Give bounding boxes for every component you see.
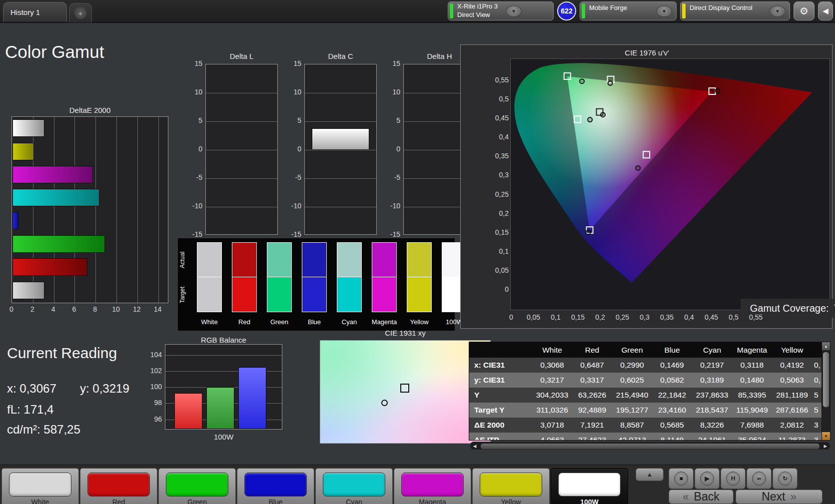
pattern-label: 100W [551, 498, 628, 504]
table-cell: 3,0718 [532, 421, 572, 430]
play-button[interactable]: ▶ [695, 468, 720, 489]
pattern-label: Cyan [316, 498, 392, 504]
pattern-button-yellow[interactable]: Yellow [472, 468, 550, 504]
loop-button[interactable]: ↻ [773, 468, 798, 489]
pattern-button-blue[interactable]: Blue [237, 468, 314, 504]
scroll-left-icon[interactable]: ◀ [470, 442, 479, 450]
cie1931-actual-marker [381, 400, 388, 406]
play-icon: ▶ [700, 472, 714, 486]
table-cell: 0,4192 [772, 361, 812, 370]
table-cell: 0,3189 [692, 376, 732, 385]
swatch-column-white: White [197, 242, 222, 312]
pattern-button-green[interactable]: Green [158, 468, 236, 504]
table-cell: 0,3317 [572, 376, 612, 385]
pattern-label: White [2, 498, 78, 504]
rgb-balance-x-label: 100W [165, 433, 282, 441]
scroll-up-icon[interactable]: ▲ [822, 342, 830, 350]
scroll-patterns-up-button[interactable]: ▲ [636, 468, 664, 481]
cie1931-title: CIE 1931 xy [320, 329, 491, 337]
deltae-x-tick: 8 [89, 305, 101, 313]
vertical-scroll-thumb[interactable] [823, 352, 829, 407]
cie1976-x-tick: 0,1 [546, 313, 566, 321]
table-cell: 237,8633 [692, 391, 732, 400]
delta-y-tick: -5 [386, 173, 400, 181]
table-cell: 7,6988 [732, 421, 772, 430]
actual-target-strip: Actual Target WhiteRedGreenBlueCyanMagen… [178, 238, 455, 331]
pattern-swatch [166, 473, 228, 497]
pattern-label: Red [80, 498, 157, 504]
pattern-button-100w[interactable]: 100W [551, 468, 628, 504]
deltae-x-tick: 6 [68, 305, 80, 313]
actual-marker-cyan [588, 117, 592, 122]
delta-y-tick: -10 [287, 202, 301, 210]
pattern-button-cyan[interactable]: Cyan [315, 468, 393, 504]
table-horizontal-scrollbar[interactable]: ◀ ▶ [470, 442, 831, 450]
back-button[interactable]: « Back [669, 490, 734, 504]
next-button[interactable]: Next » [736, 490, 823, 504]
table-vertical-scrollbar[interactable]: ▲ ▼ [822, 342, 830, 440]
cie1976-x-tick: 0,55 [746, 313, 766, 321]
cie1976-y-tick: 0,55 [490, 76, 509, 84]
rgb-y-tick: 98 [146, 399, 162, 407]
collapse-panel-button[interactable]: ◀ [818, 1, 833, 20]
cie1976-x-tick: 0,45 [702, 313, 722, 321]
deltae-gridline [137, 117, 138, 303]
cie1976-x-tick: 0,05 [524, 313, 544, 321]
continuous-measure-button[interactable]: ∞ [747, 468, 772, 489]
scroll-down-icon[interactable]: ▼ [822, 432, 830, 440]
table-cell: 2,0812 [772, 421, 812, 430]
swatch-column-red: Red [232, 242, 257, 312]
pattern-button-magenta[interactable]: Magenta [394, 468, 471, 504]
delta-gridline [305, 150, 376, 150]
actual-marker-magenta [636, 166, 640, 170]
step-measure-button[interactable]: H [721, 468, 746, 489]
table-row: Target Y311,032692,4889195,127723,416021… [469, 403, 823, 418]
actual-marker-blue [586, 230, 591, 235]
actual-row-label: Actual [179, 242, 187, 277]
display-control-dropdown[interactable]: Direct Display Control ▼ [680, 1, 790, 20]
table-cell: 0,3118 [732, 361, 772, 370]
deltae-x-tick: 0 [5, 305, 17, 313]
delta-y-tick: -10 [386, 202, 400, 210]
pattern-swatch [401, 473, 464, 497]
rgb-bar-green [206, 387, 234, 429]
deltae-x-tick: 14 [152, 305, 164, 313]
swatch-label: Green [262, 318, 297, 326]
chevron-down-icon: ▼ [656, 5, 672, 17]
deltae-gridline [116, 117, 117, 303]
table-row: ΔE 20003,07187,19218,85870,56858,32267,6… [469, 418, 823, 433]
add-tab-button[interactable]: + [69, 3, 92, 22]
table-row-label: Target Y [469, 406, 532, 415]
gear-icon: ⚙ [800, 5, 809, 17]
pattern-swatch [480, 473, 542, 497]
source-dropdown[interactable]: Mobile Forge ▼ [580, 1, 677, 20]
rgb-bar-red [174, 393, 202, 429]
deltae-chart-title: DeltaE 2000 [11, 106, 168, 114]
actual-swatch [302, 242, 327, 277]
chevron-down-icon: ▼ [506, 5, 522, 17]
swatch-column-cyan: Cyan [337, 242, 362, 312]
cie1976-y-tick: 0,4 [490, 133, 509, 141]
meter-dropdown[interactable]: X-Rite i1Pro 3 Direct View ▼ [448, 1, 554, 20]
scroll-right-icon[interactable]: ▶ [821, 442, 830, 450]
delta-bar [312, 128, 369, 150]
settings-button[interactable]: ⚙ [794, 1, 815, 20]
horizontal-scroll-thumb[interactable] [480, 443, 820, 450]
pattern-button-white[interactable]: White [1, 468, 79, 504]
table-cell: 0,6487 [572, 361, 612, 370]
tab-history-1[interactable]: History 1 [3, 2, 67, 22]
swatch-label: Blue [297, 318, 332, 326]
table-row-label: Y [469, 391, 532, 400]
actual-marker-red [716, 88, 720, 93]
table-row: Y304,203363,2626215,494022,1842237,86338… [469, 388, 823, 403]
measurement-count-badge[interactable]: 622 [557, 1, 576, 20]
table-cell: 42,0713 [612, 436, 652, 441]
cie1976-y-tick: 0,25 [490, 190, 509, 198]
table-cell: 304,2033 [532, 391, 572, 400]
table-row-label: x: CIE31 [469, 361, 532, 370]
pattern-button-red[interactable]: Red [80, 468, 157, 504]
pattern-label: Magenta [394, 498, 471, 504]
deltae-bar-cyan [12, 189, 99, 206]
rgb-y-tick: 96 [146, 415, 162, 423]
stop-button[interactable]: ■ [669, 468, 694, 489]
